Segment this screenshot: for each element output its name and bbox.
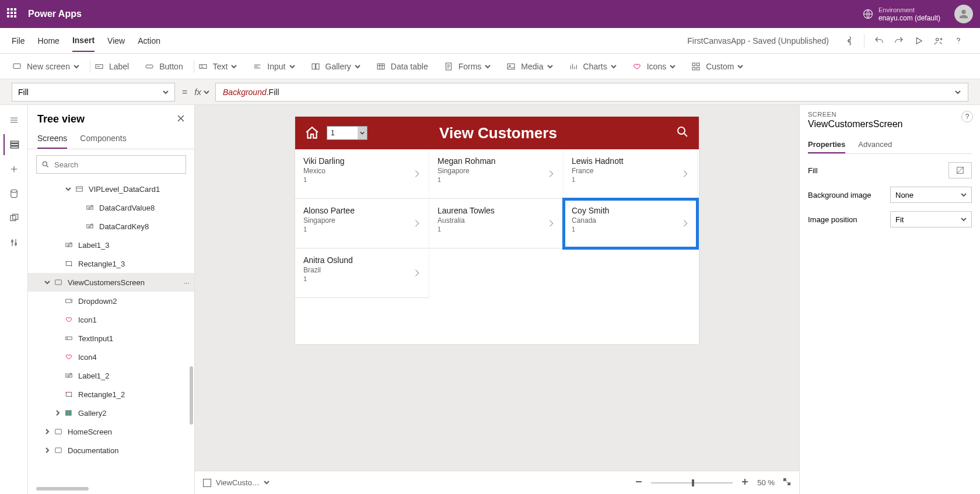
prop-fill-value[interactable]	[949, 162, 972, 178]
rail-add-icon[interactable]	[4, 159, 24, 180]
svg-rect-9	[312, 64, 315, 69]
prop-bgimage-value[interactable]: None	[890, 187, 972, 203]
property-selector[interactable]: Fill	[12, 83, 175, 101]
tree-node[interactable]: Icon1	[28, 310, 194, 329]
chevron-down-icon[interactable]	[955, 87, 961, 97]
prop-bgimage-label: Background image	[808, 191, 871, 199]
scrollbar-thumb[interactable]	[190, 366, 193, 425]
search-input[interactable]	[54, 160, 181, 169]
ribbon-media[interactable]: Media	[506, 61, 552, 72]
play-icon[interactable]	[909, 31, 929, 51]
zoom-out-icon[interactable]	[635, 478, 643, 488]
screen-icon	[54, 278, 63, 287]
help-icon[interactable]: ?	[961, 111, 973, 122]
tree-node[interactable]: ViewCustomersScreen···	[28, 273, 194, 292]
breadcrumb[interactable]: ViewCusto…	[203, 478, 270, 487]
ribbon-charts[interactable]: Charts	[568, 61, 617, 72]
zoom-in-icon[interactable]	[741, 478, 749, 488]
tab-components[interactable]: Components	[80, 129, 126, 149]
rail-data-icon[interactable]	[4, 183, 24, 204]
menu-home[interactable]: Home	[38, 30, 60, 51]
app-checker-icon[interactable]	[839, 31, 859, 51]
chevron-right-icon[interactable]	[681, 169, 690, 181]
gallery-item[interactable]: Laurena TowlesAustralia1	[429, 199, 564, 248]
textinput-icon	[64, 334, 74, 343]
menu-view[interactable]: View	[107, 30, 125, 51]
gallery-item[interactable]: Alonso ParteeSingapore1	[295, 199, 429, 248]
tree-node-label: Label1_2	[78, 372, 110, 380]
ribbon-forms[interactable]: Forms	[443, 61, 491, 72]
label-icon	[85, 222, 94, 231]
chevron-right-icon[interactable]	[412, 169, 422, 181]
chevron-right-icon[interactable]	[547, 219, 556, 230]
environment-picker[interactable]: Environment enayu.com (default)	[862, 6, 940, 22]
tree-node[interactable]: Label1_3	[28, 236, 194, 254]
menu-action[interactable]: Action	[138, 30, 160, 51]
rail-hamburger-icon[interactable]	[4, 110, 24, 131]
tree-node[interactable]: Icon4	[28, 348, 194, 366]
rail-media-icon[interactable]	[4, 208, 24, 229]
formula-bar: Fill = fx Background.Fill	[0, 79, 980, 105]
gallery-item[interactable]: Viki DarlingMexico1	[295, 149, 429, 199]
chevron-right-icon[interactable]	[547, 169, 556, 181]
tree-node[interactable]: Label1_2	[28, 366, 194, 385]
tree-search[interactable]	[36, 155, 186, 174]
app-preview[interactable]: 1 View Customers Viki DarlingMexico1Mega…	[295, 117, 699, 344]
redo-icon[interactable]	[889, 31, 909, 51]
prop-imgpos-value[interactable]: Fit	[890, 211, 972, 227]
tab-advanced[interactable]: Advanced	[858, 136, 892, 153]
home-icon[interactable]	[304, 125, 320, 141]
tree-node[interactable]: Dropdown2	[28, 292, 194, 310]
rail-tree-icon[interactable]	[4, 134, 24, 155]
gallery-item[interactable]: Lewis HadnottFrance1	[564, 149, 698, 199]
tree-node[interactable]: DataCardValue8	[28, 198, 194, 217]
waffle-icon[interactable]	[7, 8, 19, 20]
close-icon[interactable]	[177, 114, 185, 125]
rail-tools-icon[interactable]	[4, 232, 24, 253]
tree-node[interactable]: Rectangle1_3	[28, 254, 194, 273]
customer-name: Viki Darling	[303, 156, 421, 166]
gallery-item[interactable]: Anitra OslundBrazil1	[295, 248, 429, 298]
chevron-right-icon[interactable]	[412, 219, 422, 230]
ribbon-text[interactable]: Text	[198, 61, 237, 72]
chevron-right-icon[interactable]	[412, 268, 422, 280]
icons-icon	[632, 61, 642, 72]
tab-screens[interactable]: Screens	[37, 129, 67, 149]
more-icon[interactable]: ···	[183, 278, 190, 287]
ribbon-custom[interactable]: Custom	[691, 61, 743, 72]
tree-node[interactable]: Gallery2	[28, 404, 194, 422]
chevron-right-icon[interactable]	[681, 219, 690, 230]
ribbon-icons[interactable]: Icons	[632, 61, 676, 72]
chevron-down-icon	[231, 62, 237, 71]
tree-horizontal-scrollbar[interactable]	[36, 487, 186, 492]
ribbon-new-screen[interactable]: New screen	[12, 61, 79, 72]
customer-value: 1	[438, 226, 555, 233]
ribbon-input[interactable]: Input	[252, 61, 295, 72]
fx-button[interactable]: fx	[194, 87, 209, 97]
tree-node-label: Rectangle1_2	[78, 390, 125, 399]
menu-file[interactable]: File	[12, 30, 25, 51]
gallery-item[interactable]: Coy SmithCanada1	[564, 199, 698, 248]
avatar[interactable]	[954, 5, 973, 23]
ribbon-gallery[interactable]: Gallery	[310, 61, 360, 72]
share-icon[interactable]	[929, 31, 949, 51]
search-icon[interactable]	[676, 125, 690, 141]
tree-node[interactable]: VIPLevel_DataCard1	[28, 180, 194, 198]
tree-node[interactable]: DataCardKey8	[28, 217, 194, 236]
formula-input[interactable]: Background.Fill	[215, 83, 968, 101]
tree-node[interactable]: HomeScreen	[28, 422, 194, 441]
tree-node[interactable]: TextInput1	[28, 329, 194, 348]
gallery-icon	[310, 61, 321, 72]
fit-icon[interactable]	[783, 478, 791, 488]
tree-node[interactable]: Rectangle1_2	[28, 385, 194, 404]
tree-node[interactable]: Documentation	[28, 441, 194, 460]
zoom-slider[interactable]	[651, 482, 733, 484]
undo-icon[interactable]	[869, 31, 889, 51]
gallery-item[interactable]: Megan RohmanSingapore1	[429, 149, 564, 199]
help-icon[interactable]	[949, 31, 968, 51]
ribbon-datatable[interactable]: Data table	[376, 61, 428, 72]
menu-insert[interactable]: Insert	[72, 30, 94, 52]
ribbon-button[interactable]: Button	[144, 61, 183, 72]
tab-properties[interactable]: Properties	[808, 136, 845, 153]
ribbon-label[interactable]: Label	[94, 61, 129, 72]
